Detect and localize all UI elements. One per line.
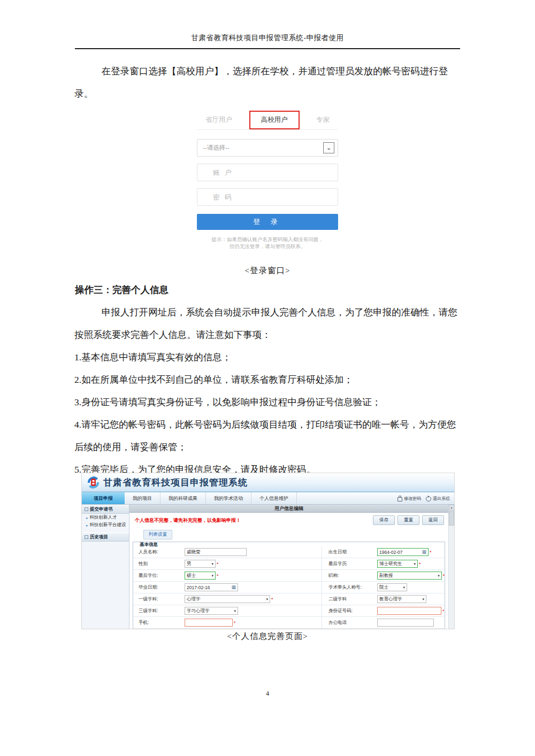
mobile-label: 手机:: [133, 620, 185, 626]
first-discipline-select[interactable]: 心理学 ▾: [185, 595, 270, 603]
note-item-1: 1.基本信息中请填写真实有效的信息；: [74, 346, 462, 368]
note-item-3: 3.身份证号请填写真实身份证号，以免影响申报过程中身份证号信息验证；: [74, 391, 462, 413]
login-hint: 提示：如果您确认账户名及密码输入都没有问题， 但仍无法登录，请与管理员联系。: [197, 236, 338, 250]
basic-info-fieldset: 基本信息 人员名称: 戚晓莹 出生日期 1964-02-07 ▦: [133, 542, 445, 629]
nav-utilities: 修改密码 退出系统: [398, 492, 454, 504]
birth-date-input[interactable]: 1964-02-07 ▦: [377, 548, 429, 556]
nav-tab-my-projects[interactable]: 我的项目: [125, 492, 160, 504]
power-icon: [426, 496, 431, 502]
last-education-select[interactable]: 博士研究生 ▾: [377, 560, 418, 568]
arrow-right-icon: ▸: [86, 523, 88, 527]
sidebar: 提交申请书 ▸ 科技创新人才 ▸ 科技创新平台建设 历史项目: [82, 505, 129, 629]
select-arrow-icon: ▾: [401, 585, 405, 589]
sidebar-item-innovation-talent[interactable]: ▸ 科技创新人才: [82, 514, 129, 521]
office-phone-label: 办公电话: [322, 617, 377, 628]
required-marker: *: [234, 620, 235, 626]
doc-header-text: 甘肃省教育科技项目申报管理系统-申报者使用: [192, 34, 344, 42]
save-button[interactable]: 保存: [373, 515, 395, 525]
title-select[interactable]: 副教授 ▾: [377, 572, 442, 580]
nav-tab-project-apply[interactable]: 项目申报: [82, 492, 125, 504]
section-heading: 操作三：完善个人信息: [75, 283, 169, 296]
chevron-down-icon[interactable]: ⌄: [323, 142, 334, 153]
page-number: 4: [0, 690, 535, 698]
vertical-scrollbar[interactable]: ▲: [448, 505, 454, 629]
sidebar-group-history[interactable]: 历史项目: [82, 533, 129, 542]
school-select-placeholder: --请选择--: [203, 144, 230, 152]
logout-link[interactable]: 退出系统: [426, 496, 450, 502]
school-select[interactable]: --请选择-- ⌄: [197, 139, 338, 157]
gender-select[interactable]: 男 ▾: [185, 560, 216, 568]
third-discipline-select[interactable]: 学习心理学 ▾: [185, 607, 238, 615]
form-row: 人员名称: 戚晓莹 出生日期 1964-02-07 ▦ *: [133, 546, 445, 558]
tab-expert[interactable]: 专家: [315, 113, 331, 127]
main-panel: 用户信息编辑 个人信息不完整，请先补充完整，以免影响申报！ 保存 重置 返回 列…: [129, 505, 448, 629]
form-row: 毕业日期: 2017-02-16 ▦ 学术带头人称号: 院士: [133, 582, 445, 593]
group-square-icon: [85, 535, 88, 539]
login-window-screenshot: 省厅用户 高校用户 专家 --请选择-- ⌄ 登 录 提示：如果您确认账户名及密…: [197, 110, 338, 250]
sidebar-item-label: 科技创新人才: [90, 514, 117, 521]
login-caption: <登录窗口>: [0, 265, 535, 276]
graduation-date-label: 毕业日期:: [133, 584, 185, 591]
calendar-icon[interactable]: ▦: [422, 550, 426, 554]
fieldset-legend: 基本信息: [137, 542, 160, 548]
arrow-right-icon: ▸: [86, 516, 88, 520]
incomplete-warning: 个人信息不完整，请先补充完整，以免影响申报！: [135, 517, 241, 524]
qq-label: QQ:: [322, 629, 377, 629]
last-degree-label: 最后学位:: [133, 573, 185, 579]
action-buttons: 保存 重置 返回: [373, 515, 444, 525]
reset-button[interactable]: 重置: [398, 515, 419, 525]
change-password-link[interactable]: 修改密码: [398, 496, 421, 502]
tab-university-user[interactable]: 高校用户: [249, 111, 300, 129]
calendar-icon[interactable]: ▦: [231, 585, 236, 590]
mobile-input[interactable]: [185, 619, 233, 627]
academic-leader-label: 学术带头人称号:: [322, 582, 377, 593]
change-password-label: 修改密码: [404, 496, 421, 502]
login-tabs: 省厅用户 高校用户 专家: [197, 110, 338, 130]
last-degree-select[interactable]: 硕士 ▾: [185, 572, 216, 580]
sidebar-item-innovation-platform[interactable]: ▸ 科技创新平台建设: [82, 521, 129, 529]
intro-paragraph: 在登录窗口选择【高校用户】，选择所在学校，并通过管理员发放的帐号密码进行登录。: [74, 60, 462, 105]
app-nav: 项目申报 我的项目 我的科研成果 我的学术活动 个人信息维护 修改密码 退出系统: [82, 492, 454, 505]
profile-caption: <个人信息完善页面>: [0, 631, 535, 642]
doc-running-header: 甘肃省教育科技项目申报管理系统-申报者使用: [75, 33, 460, 49]
select-arrow-icon: ▾: [209, 574, 213, 577]
academic-leader-select[interactable]: 院士 ▾: [377, 583, 407, 591]
nav-tab-my-achievements[interactable]: 我的科研成果: [160, 492, 206, 504]
office-phone-input[interactable]: [377, 619, 434, 627]
app-header: 甘肃省教育科技项目申报管理系统: [82, 473, 454, 492]
person-name-input[interactable]: 戚晓莹: [185, 548, 247, 556]
form-rows: 人员名称: 戚晓莹 出生日期 1964-02-07 ▦ *: [133, 542, 445, 629]
id-number-label: 身份证号码:: [322, 605, 377, 616]
select-arrow-icon: ▾: [264, 597, 268, 601]
first-discipline-label: 一级学科:: [133, 596, 185, 603]
sidebar-group-submit[interactable]: 提交申请书: [82, 505, 129, 514]
tab-provincial-user[interactable]: 省厅用户: [204, 113, 233, 127]
scroll-up-icon[interactable]: ▲: [449, 505, 454, 510]
required-marker: *: [271, 597, 273, 602]
form-row: 最后学位: 硕士 ▾ * 职称: 副教授: [133, 570, 445, 582]
tab-list-settings[interactable]: 列表设置: [143, 530, 172, 539]
nav-tab-my-activities[interactable]: 我的学术活动: [206, 492, 251, 504]
nav-tab-profile[interactable]: 个人信息维护: [251, 492, 297, 504]
app-logo-icon: [86, 475, 101, 490]
form-row: 三级学科: 学习心理学 ▾ 身份证号码: *: [133, 605, 445, 617]
id-number-input[interactable]: [377, 607, 441, 615]
account-input[interactable]: [197, 164, 338, 181]
select-arrow-icon: ▾: [232, 609, 236, 613]
graduation-date-input[interactable]: 2017-02-16 ▦: [185, 583, 238, 591]
second-discipline-select[interactable]: 教育心理学 ▾: [377, 595, 426, 603]
select-arrow-icon: ▾: [411, 562, 416, 566]
gender-label: 性别: [133, 561, 185, 567]
scrollbar-thumb[interactable]: [449, 511, 454, 526]
lock-icon: [398, 497, 402, 502]
login-button[interactable]: 登 录: [197, 214, 338, 230]
back-button[interactable]: 返回: [422, 515, 444, 525]
select-arrow-icon: ▾: [435, 574, 440, 577]
tab-strip: 列表设置: [129, 527, 448, 539]
section-intro: 申报人打开网址后，系统会自动提示申报人完善个人信息，为了您申报的准确性，请您按照…: [74, 301, 462, 346]
login-hint-line1: 提示：如果您确认账户名及密码输入都没有问题，: [197, 236, 338, 243]
panel-title: 用户信息编辑: [129, 505, 448, 513]
login-hint-line2: 但仍无法登录，请与管理员联系。: [197, 243, 338, 250]
password-input[interactable]: [197, 188, 338, 206]
sidebar-group-history-label: 历史项目: [90, 534, 108, 541]
